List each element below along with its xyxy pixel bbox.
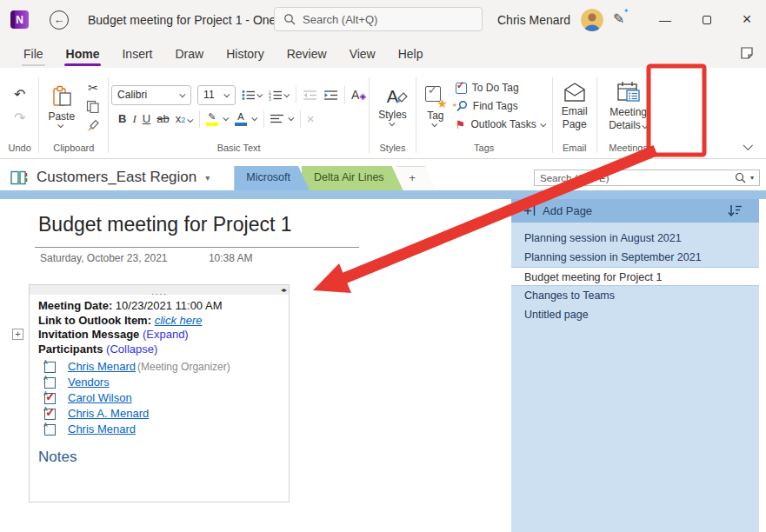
chevron-down-icon <box>223 115 229 121</box>
styles-a-brush-icon: A <box>387 87 398 106</box>
chevron-down-icon <box>256 91 263 97</box>
notes-heading[interactable]: Notes <box>38 450 280 465</box>
bullet-list-button[interactable] <box>242 90 263 101</box>
close-button[interactable]: × <box>727 0 766 39</box>
italic-button[interactable]: I <box>132 112 136 126</box>
menu-insert[interactable]: Insert <box>110 39 163 68</box>
email-page-button[interactable]: EmailPage <box>556 80 594 133</box>
page-list-item[interactable]: Planning session in August 2021 <box>511 229 759 248</box>
find-tags-button[interactable]: ★ Find Tags <box>456 97 546 116</box>
outlook-item-link[interactable]: click here <box>155 314 203 327</box>
menu-history[interactable]: History <box>215 39 276 68</box>
font-color-button[interactable]: A <box>235 112 247 126</box>
numbered-list-button[interactable]: 123 <box>269 90 290 101</box>
back-button[interactable]: ← <box>50 10 69 30</box>
whats-new-pen-icon[interactable]: ✎✦ <box>613 10 624 27</box>
page-search-input[interactable]: Search (Ctrl+E) ▾ <box>534 170 760 186</box>
divider <box>300 110 301 128</box>
group-label-meetings: Meetings <box>600 142 657 158</box>
todo-tag-button[interactable]: ✓ To Do Tag <box>456 79 546 97</box>
format-painter-icon[interactable] <box>86 118 100 132</box>
page-list-item[interactable]: Planning session in September 2021 <box>511 248 759 267</box>
back-arrow-icon: ← <box>54 13 65 26</box>
copy-icon[interactable] <box>86 100 99 113</box>
expand-invitation-link[interactable]: (Expand) <box>143 328 189 341</box>
page-list: Planning session in August 2021 Planning… <box>511 223 759 324</box>
participant-link[interactable]: Chris Menard <box>68 422 136 437</box>
participant-link[interactable]: Chris Menard <box>68 360 136 375</box>
add-page-button[interactable]: Add Page <box>511 199 759 223</box>
collapse-participants-link[interactable]: (Collapse) <box>106 342 157 356</box>
meeting-details-container[interactable]: ···· ◂▸ Meeting Date: 10/23/2021 11:00 A… <box>29 284 290 502</box>
bold-button[interactable]: B <box>118 112 126 125</box>
ribbon: ↶ ↷ Undo Paste ✂ Clipboard <box>0 68 766 159</box>
section-tab-delta-air-lines[interactable]: Delta Air Lines <box>302 166 403 190</box>
participant-tag-icon[interactable]: A <box>44 424 56 436</box>
highlight-button[interactable]: ✎ <box>206 112 218 126</box>
tag-checkbox-star-icon: ✓★ <box>425 86 446 107</box>
account-area[interactable]: Chris Menard <box>497 0 603 39</box>
participant-link[interactable]: Chris A. Menard <box>68 407 149 422</box>
participant-link[interactable]: Vendors <box>68 376 110 390</box>
expand-outline-button[interactable]: + <box>12 329 23 340</box>
notebook-nav-row: Customers_East Region ▾ Microsoft Delta … <box>0 159 766 190</box>
star-icon: ★ <box>452 102 457 109</box>
paragraph-align-icon[interactable] <box>270 114 283 123</box>
redo-button[interactable]: ↷ <box>14 110 25 126</box>
font-size-select[interactable]: 11 <box>197 85 236 105</box>
decrease-indent-icon[interactable] <box>303 90 317 101</box>
page-list-item-selected[interactable]: Budget meeting for Project 1 <box>511 267 759 286</box>
menu-file[interactable]: File <box>12 39 55 68</box>
section-tab-microsoft[interactable]: Microsoft <box>234 166 310 190</box>
cut-button[interactable]: ✂ <box>86 81 100 95</box>
participant-link[interactable]: Carol Wilson <box>68 391 132 406</box>
menu-draw[interactable]: Draw <box>163 39 215 68</box>
todo-checkbox-icon: ✓ <box>456 83 467 94</box>
maximize-button[interactable] <box>687 0 727 39</box>
avatar[interactable] <box>581 9 603 31</box>
group-label-email: Email <box>556 142 594 158</box>
side-note-icon[interactable] <box>740 46 754 60</box>
page-title[interactable]: Budget meeting for Project 1 <box>38 213 292 236</box>
menu-view[interactable]: View <box>338 39 387 68</box>
subscript-button[interactable]: x2 <box>176 112 193 125</box>
page-list-item[interactable]: Untitled page <box>511 305 759 324</box>
menu-home[interactable]: Home <box>55 39 111 68</box>
participants-list: A Chris Menard (Meeting Organizer) A Ven… <box>38 359 280 437</box>
app-search-input[interactable]: Search (Alt+Q) <box>274 7 483 31</box>
sort-pages-button[interactable] <box>728 204 742 217</box>
onenote-logo-icon[interactable]: N <box>10 10 29 29</box>
notebook-dropdown[interactable]: Customers_East Region ▾ <box>0 169 218 190</box>
strikethrough-button[interactable]: ab <box>157 112 169 125</box>
ribbon-group-meetings: MeetingDetails Meetings <box>600 70 657 158</box>
clear-formatting-button[interactable]: A◈ <box>351 88 366 102</box>
menu-help[interactable]: Help <box>387 39 435 68</box>
page-date-line: Saturday, October 23, 2021 10:38 AM <box>40 252 253 264</box>
page-canvas[interactable]: Budget meeting for Project 1 Saturday, O… <box>0 199 511 532</box>
ribbon-group-undo: ↶ ↷ Undo <box>3 70 36 158</box>
search-scope-dropdown-icon[interactable]: ▾ <box>750 174 754 182</box>
tag-button[interactable]: ✓★ Tag <box>419 84 452 129</box>
styles-button[interactable]: A Styles <box>372 85 413 128</box>
menu-review[interactable]: Review <box>276 39 338 68</box>
divider <box>199 110 200 128</box>
undo-button[interactable]: ↶ <box>14 86 25 103</box>
outlook-tasks-button[interactable]: ⚑ Outlook Tasks <box>456 116 546 134</box>
delete-button[interactable]: × <box>307 111 315 126</box>
paste-button[interactable]: Paste <box>42 83 81 130</box>
title-bar: N ← Budget meeting for Project 1 - OneNo… <box>0 0 766 39</box>
container-drag-handle[interactable]: ···· ◂▸ <box>30 285 289 295</box>
minimize-button[interactable]: — <box>645 0 685 39</box>
add-section-tab[interactable]: + <box>396 166 436 190</box>
ribbon-group-clipboard: Paste ✂ Clipboard <box>42 70 105 158</box>
ribbon-group-styles: A Styles Styles <box>372 70 413 158</box>
page-list-item[interactable]: Changes to Teams <box>511 286 759 305</box>
underline-button[interactable]: U <box>143 112 150 125</box>
redo-icon: ↷ <box>14 110 25 125</box>
resize-handles-icon[interactable]: ◂▸ <box>281 285 286 295</box>
meeting-details-button[interactable]: MeetingDetails <box>603 79 654 134</box>
font-name-select[interactable]: Calibri <box>111 85 191 105</box>
participant-row: A✓ Carol Wilson <box>38 390 280 406</box>
collapse-ribbon-chevron[interactable] <box>743 141 753 150</box>
increase-indent-icon[interactable] <box>323 90 338 101</box>
